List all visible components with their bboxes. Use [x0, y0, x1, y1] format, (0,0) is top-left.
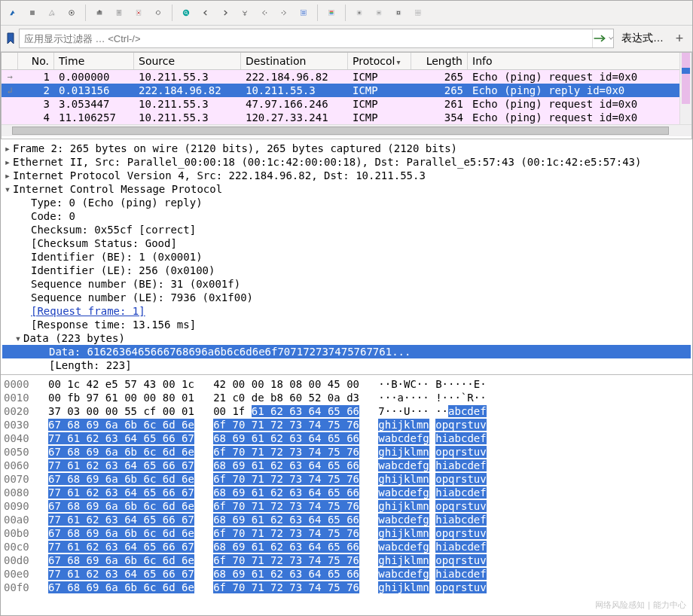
col-header-source[interactable]: Source [134, 53, 241, 69]
close-file-icon[interactable] [130, 4, 148, 22]
hex-row[interactable]: 0060 77 61 62 63 64 65 66 67 68 69 61 62… [4, 459, 689, 472]
detail-icmp-id-le[interactable]: Identifier (LE): 256 (0x0100) [31, 264, 215, 276]
hex-row[interactable]: 00e0 77 61 62 63 64 65 66 67 68 69 61 62… [4, 567, 689, 581]
hex-row[interactable]: 00b0 67 68 69 6a 6b 6c 6d 6e 6f 70 71 72… [4, 526, 689, 540]
zoom-in-icon[interactable] [350, 4, 368, 22]
shark-fin-icon[interactable] [4, 4, 22, 22]
chevron-down-icon: ▾ [396, 58, 400, 66]
go-forward-icon[interactable] [216, 4, 234, 22]
detail-icmp-seq-le[interactable]: Sequence number (LE): 7936 (0x1f00) [31, 291, 253, 303]
hex-row[interactable]: 0090 67 68 69 6a 6b 6c 6d 6e 6f 70 71 72… [4, 499, 689, 513]
svg-rect-7 [118, 14, 120, 14]
svg-rect-18 [330, 11, 334, 12]
svg-rect-5 [118, 11, 120, 12]
expand-icon[interactable]: ▸ [2, 169, 13, 182]
packet-minimap-scrollbar[interactable] [679, 53, 691, 127]
expression-button[interactable]: 表达式… [617, 29, 668, 48]
detail-icmp-code[interactable]: Code: 0 [31, 210, 75, 222]
svg-rect-19 [330, 12, 334, 13]
svg-point-3 [71, 12, 73, 14]
packet-row[interactable]: →10.00000010.211.55.3222.184.96.82ICMP26… [2, 70, 691, 84]
collapse-icon[interactable]: ▾ [2, 182, 13, 196]
zoom-out-icon[interactable] [370, 4, 388, 22]
packet-list-body[interactable]: →10.00000010.211.55.3222.184.96.82ICMP26… [2, 70, 691, 124]
save-file-icon[interactable] [110, 4, 128, 22]
hex-row[interactable]: 00a0 77 61 62 63 64 65 66 67 68 69 61 62… [4, 513, 689, 526]
hex-row[interactable]: 0020 37 03 00 00 55 cf 00 01 00 1f 61 62… [4, 404, 689, 418]
auto-scroll-icon[interactable] [295, 4, 313, 22]
add-filter-button[interactable]: + [671, 30, 688, 47]
hex-row[interactable]: 0010 00 fb 97 61 00 00 80 01 21 c0 de b8… [4, 391, 689, 404]
colorize-icon[interactable] [322, 4, 340, 22]
col-header-time[interactable]: Time [54, 53, 134, 69]
toolbar-separator [317, 5, 318, 21]
app-window: 表达式… + No. Time Source Destination Proto… [0, 0, 693, 616]
detail-data-header[interactable]: Data (223 bytes) [23, 332, 125, 344]
go-first-icon[interactable] [255, 4, 273, 22]
go-to-packet-icon[interactable] [236, 4, 254, 22]
hex-row[interactable]: 00d0 67 68 69 6a 6b 6c 6d 6e 6f 70 71 72… [4, 553, 689, 567]
col-header-info[interactable]: Info [468, 53, 691, 69]
expand-icon[interactable]: ▸ [2, 142, 13, 155]
detail-icmp-checksum-status[interactable]: [Checksum Status: Good] [31, 237, 177, 249]
hex-row[interactable]: 0050 67 68 69 6a 6b 6c 6d 6e 6f 70 71 72… [4, 445, 689, 459]
zoom-reset-icon[interactable] [389, 4, 408, 22]
col-header-no[interactable]: No. [18, 53, 54, 69]
packet-bytes-pane[interactable]: 0000 00 1c 42 e5 57 43 00 1c 42 00 00 18… [1, 375, 692, 615]
packet-row[interactable]: 33.05344710.211.55.347.97.166.246ICMP261… [2, 97, 691, 111]
col-header-mark[interactable] [2, 53, 18, 69]
detail-icmp-checksum[interactable]: Checksum: 0x55cf [correct] [31, 224, 196, 236]
packet-list-pane: No. Time Source Destination Protocol▾ Le… [1, 52, 692, 139]
hex-row[interactable]: 0080 77 61 62 63 64 65 66 67 68 69 61 62… [4, 486, 689, 499]
detail-frame[interactable]: Frame 2: 265 bytes on wire (2120 bits), … [13, 142, 457, 154]
detail-icmp-id-be[interactable]: Identifier (BE): 1 (0x0001) [31, 251, 203, 263]
detail-request-frame-link[interactable]: [Request frame: 1] [31, 305, 145, 317]
detail-ethernet[interactable]: Ethernet II, Src: Parallel_00:00:18 (00:… [13, 156, 641, 168]
col-header-destination[interactable]: Destination [241, 53, 348, 69]
find-packet-icon[interactable] [177, 4, 195, 22]
col-header-protocol[interactable]: Protocol▾ [348, 53, 411, 69]
go-back-icon[interactable] [197, 4, 215, 22]
collapse-icon[interactable]: ▾ [13, 331, 23, 345]
open-file-icon[interactable] [90, 4, 108, 22]
detail-data-selected[interactable]: Data: 6162636465666768696a6b6c6d6e6f7071… [49, 346, 411, 358]
svg-point-11 [266, 12, 267, 14]
hex-row[interactable]: 0040 77 61 62 63 64 65 66 67 68 69 61 62… [4, 432, 689, 445]
svg-rect-14 [302, 11, 306, 12]
go-last-icon[interactable] [275, 4, 293, 22]
stop-capture-icon[interactable] [23, 4, 41, 22]
filter-input-wrap [19, 29, 614, 48]
svg-rect-15 [302, 13, 306, 14]
apply-filter-icon[interactable] [592, 29, 613, 47]
packet-row[interactable]: ↲20.013156222.184.96.8210.211.55.3ICMP26… [2, 84, 691, 97]
detail-icmp-seq-be[interactable]: Sequence number (BE): 31 (0x001f) [31, 278, 240, 290]
detail-icmp[interactable]: Internet Control Message Protocol [13, 183, 222, 195]
filter-bookmark-icon[interactable] [5, 32, 16, 45]
packet-list-hscrollbar[interactable] [2, 124, 691, 136]
toolbar-separator [85, 5, 86, 21]
detail-data-length[interactable]: [Length: 223] [49, 359, 132, 371]
svg-rect-6 [118, 12, 120, 13]
main-toolbar [1, 1, 692, 26]
reload-icon[interactable] [149, 4, 167, 22]
svg-rect-23 [396, 11, 401, 16]
col-header-length[interactable]: Length [411, 53, 468, 69]
detail-ip[interactable]: Internet Protocol Version 4, Src: 222.18… [13, 169, 426, 181]
hex-row[interactable]: 00c0 77 61 62 63 64 65 66 67 68 69 61 62… [4, 540, 689, 553]
detail-icmp-type[interactable]: Type: 0 (Echo (ping) reply) [31, 197, 203, 209]
hex-row[interactable]: 0000 00 1c 42 e5 57 43 00 1c 42 00 00 18… [4, 377, 689, 391]
packet-list-header: No. Time Source Destination Protocol▾ Le… [2, 53, 691, 70]
detail-response-time[interactable]: [Response time: 13.156 ms] [31, 319, 196, 331]
restart-capture-icon[interactable] [43, 4, 61, 22]
hex-row[interactable]: 0070 67 68 69 6a 6b 6c 6d 6e 6f 70 71 72… [4, 472, 689, 486]
resize-columns-icon[interactable] [409, 4, 427, 22]
packet-row[interactable]: 411.10625710.211.55.3120.27.33.241ICMP35… [2, 111, 691, 124]
packet-details-pane[interactable]: ▸Frame 2: 265 bytes on wire (2120 bits),… [1, 139, 692, 375]
display-filter-input[interactable] [20, 31, 592, 47]
hex-row[interactable]: 00f0 67 68 69 6a 6b 6c 6d 6e 6f 70 71 72… [4, 581, 689, 594]
capture-options-icon[interactable] [63, 4, 81, 22]
hex-row[interactable]: 0030 67 68 69 6a 6b 6c 6d 6e 6f 70 71 72… [4, 418, 689, 432]
svg-point-12 [282, 12, 283, 14]
expand-icon[interactable]: ▸ [2, 155, 13, 169]
toolbar-separator [345, 5, 346, 21]
